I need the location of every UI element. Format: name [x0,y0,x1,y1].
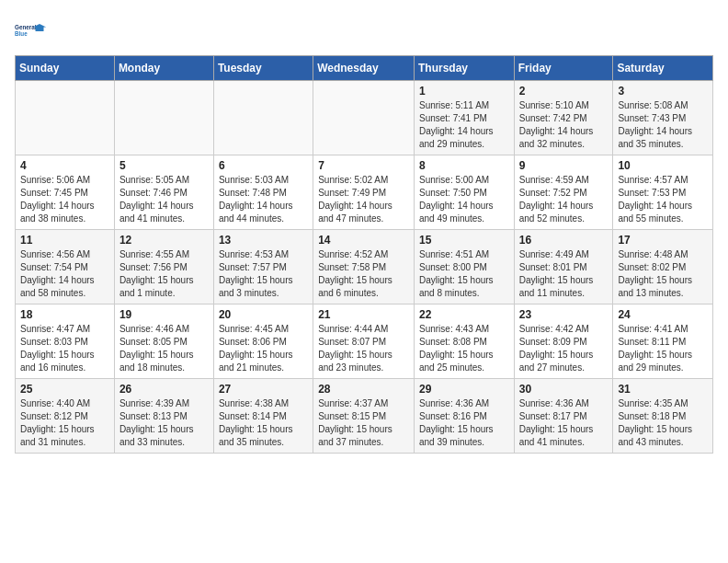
calendar-cell: 28Sunrise: 4:37 AM Sunset: 8:15 PM Dayli… [313,379,415,454]
day-info: Sunrise: 4:52 AM Sunset: 7:58 PM Dayligh… [318,248,409,300]
calendar-cell: 8Sunrise: 5:00 AM Sunset: 7:50 PM Daylig… [414,155,514,230]
day-info: Sunrise: 4:47 AM Sunset: 8:03 PM Dayligh… [20,323,109,374]
day-number: 5 [119,159,209,172]
calendar-cell: 5Sunrise: 5:05 AM Sunset: 7:46 PM Daylig… [114,155,213,230]
day-number: 15 [419,234,509,247]
calendar-cell: 21Sunrise: 4:44 AM Sunset: 8:07 PM Dayli… [313,304,415,379]
day-info: Sunrise: 4:35 AM Sunset: 8:18 PM Dayligh… [618,397,708,449]
day-info: Sunrise: 4:44 AM Sunset: 8:07 PM Dayligh… [318,323,409,374]
calendar-cell: 12Sunrise: 4:55 AM Sunset: 7:56 PM Dayli… [114,230,213,304]
week-row-3: 11Sunrise: 4:56 AM Sunset: 7:54 PM Dayli… [16,230,713,304]
day-info: Sunrise: 5:10 AM Sunset: 7:42 PM Dayligh… [519,99,609,151]
weekday-header-thursday: Thursday [414,56,514,81]
calendar-cell: 1Sunrise: 5:11 AM Sunset: 7:41 PM Daylig… [414,81,514,155]
calendar-cell: 4Sunrise: 5:06 AM Sunset: 7:45 PM Daylig… [16,155,115,230]
calendar-cell: 24Sunrise: 4:41 AM Sunset: 8:11 PM Dayli… [613,304,713,379]
weekday-header-sunday: Sunday [16,56,115,81]
weekday-header-friday: Friday [514,56,613,81]
day-number: 23 [519,308,609,321]
week-row-4: 18Sunrise: 4:47 AM Sunset: 8:03 PM Dayli… [16,304,713,379]
calendar-cell: 14Sunrise: 4:52 AM Sunset: 7:58 PM Dayli… [313,230,415,304]
day-number: 7 [318,159,409,172]
calendar-cell: 19Sunrise: 4:46 AM Sunset: 8:05 PM Dayli… [114,304,213,379]
calendar-cell: 3Sunrise: 5:08 AM Sunset: 7:43 PM Daylig… [613,81,713,155]
day-number: 25 [20,383,109,396]
page-header: GeneralBlue [15,15,713,48]
logo: GeneralBlue [15,15,48,48]
week-row-2: 4Sunrise: 5:06 AM Sunset: 7:45 PM Daylig… [16,155,713,230]
day-info: Sunrise: 4:36 AM Sunset: 8:17 PM Dayligh… [519,397,609,449]
day-info: Sunrise: 4:42 AM Sunset: 8:09 PM Dayligh… [519,323,609,374]
calendar-cell: 11Sunrise: 4:56 AM Sunset: 7:54 PM Dayli… [16,230,115,304]
day-number: 9 [519,159,609,172]
calendar-cell: 26Sunrise: 4:39 AM Sunset: 8:13 PM Dayli… [114,379,213,454]
day-number: 21 [318,308,409,321]
calendar-cell: 6Sunrise: 5:03 AM Sunset: 7:48 PM Daylig… [213,155,313,230]
day-number: 14 [318,234,409,247]
day-info: Sunrise: 5:11 AM Sunset: 7:41 PM Dayligh… [419,99,509,151]
day-info: Sunrise: 4:36 AM Sunset: 8:16 PM Dayligh… [419,397,509,449]
calendar-cell: 27Sunrise: 4:38 AM Sunset: 8:14 PM Dayli… [213,379,313,454]
weekday-header-saturday: Saturday [613,56,713,81]
calendar-cell: 22Sunrise: 4:43 AM Sunset: 8:08 PM Dayli… [414,304,514,379]
week-row-1: 1Sunrise: 5:11 AM Sunset: 7:41 PM Daylig… [16,81,713,155]
weekday-header-monday: Monday [114,56,213,81]
svg-text:General: General [15,24,37,30]
day-info: Sunrise: 4:40 AM Sunset: 8:12 PM Dayligh… [20,397,109,449]
day-info: Sunrise: 4:39 AM Sunset: 8:13 PM Dayligh… [119,397,209,449]
calendar-cell: 16Sunrise: 4:49 AM Sunset: 8:01 PM Dayli… [514,230,613,304]
calendar-cell: 2Sunrise: 5:10 AM Sunset: 7:42 PM Daylig… [514,81,613,155]
day-number: 11 [20,234,109,247]
day-info: Sunrise: 4:56 AM Sunset: 7:54 PM Dayligh… [20,248,109,300]
svg-text:Blue: Blue [15,30,28,37]
day-info: Sunrise: 4:46 AM Sunset: 8:05 PM Dayligh… [119,323,209,374]
calendar-cell [213,81,313,155]
calendar-cell: 15Sunrise: 4:51 AM Sunset: 8:00 PM Dayli… [414,230,514,304]
day-info: Sunrise: 5:05 AM Sunset: 7:46 PM Dayligh… [119,174,209,225]
day-number: 8 [419,159,509,172]
day-number: 20 [219,308,308,321]
day-info: Sunrise: 4:45 AM Sunset: 8:06 PM Dayligh… [219,323,308,374]
day-info: Sunrise: 4:38 AM Sunset: 8:14 PM Dayligh… [219,397,308,449]
calendar-cell: 31Sunrise: 4:35 AM Sunset: 8:18 PM Dayli… [613,379,713,454]
day-number: 1 [419,85,509,98]
weekday-header-wednesday: Wednesday [313,56,415,81]
day-number: 2 [519,85,609,98]
day-info: Sunrise: 4:55 AM Sunset: 7:56 PM Dayligh… [119,248,209,300]
day-number: 17 [618,234,708,247]
calendar-cell: 25Sunrise: 4:40 AM Sunset: 8:12 PM Dayli… [16,379,115,454]
calendar-cell [16,81,115,155]
day-info: Sunrise: 4:43 AM Sunset: 8:08 PM Dayligh… [419,323,509,374]
day-info: Sunrise: 5:02 AM Sunset: 7:49 PM Dayligh… [318,174,409,225]
calendar-cell: 30Sunrise: 4:36 AM Sunset: 8:17 PM Dayli… [514,379,613,454]
day-number: 16 [519,234,609,247]
week-row-5: 25Sunrise: 4:40 AM Sunset: 8:12 PM Dayli… [16,379,713,454]
calendar-cell: 17Sunrise: 4:48 AM Sunset: 8:02 PM Dayli… [613,230,713,304]
day-info: Sunrise: 5:03 AM Sunset: 7:48 PM Dayligh… [219,174,308,225]
day-info: Sunrise: 5:06 AM Sunset: 7:45 PM Dayligh… [20,174,109,225]
calendar-table: SundayMondayTuesdayWednesdayThursdayFrid… [15,55,713,454]
day-number: 10 [618,159,708,172]
day-info: Sunrise: 4:48 AM Sunset: 8:02 PM Dayligh… [618,248,708,300]
day-number: 4 [20,159,109,172]
day-info: Sunrise: 4:41 AM Sunset: 8:11 PM Dayligh… [618,323,708,374]
day-number: 29 [419,383,509,396]
day-number: 19 [119,308,209,321]
calendar-cell: 29Sunrise: 4:36 AM Sunset: 8:16 PM Dayli… [414,379,514,454]
calendar-cell: 20Sunrise: 4:45 AM Sunset: 8:06 PM Dayli… [213,304,313,379]
day-info: Sunrise: 5:00 AM Sunset: 7:50 PM Dayligh… [419,174,509,225]
calendar-cell [313,81,415,155]
day-info: Sunrise: 4:57 AM Sunset: 7:53 PM Dayligh… [618,174,708,225]
weekday-header-row: SundayMondayTuesdayWednesdayThursdayFrid… [16,56,713,81]
day-number: 27 [219,383,308,396]
day-info: Sunrise: 4:53 AM Sunset: 7:57 PM Dayligh… [219,248,308,300]
day-number: 31 [618,383,708,396]
day-info: Sunrise: 5:08 AM Sunset: 7:43 PM Dayligh… [618,99,708,151]
day-number: 12 [119,234,209,247]
day-number: 3 [618,85,708,98]
weekday-header-tuesday: Tuesday [213,56,313,81]
calendar-cell: 13Sunrise: 4:53 AM Sunset: 7:57 PM Dayli… [213,230,313,304]
day-number: 26 [119,383,209,396]
day-info: Sunrise: 4:51 AM Sunset: 8:00 PM Dayligh… [419,248,509,300]
day-number: 22 [419,308,509,321]
